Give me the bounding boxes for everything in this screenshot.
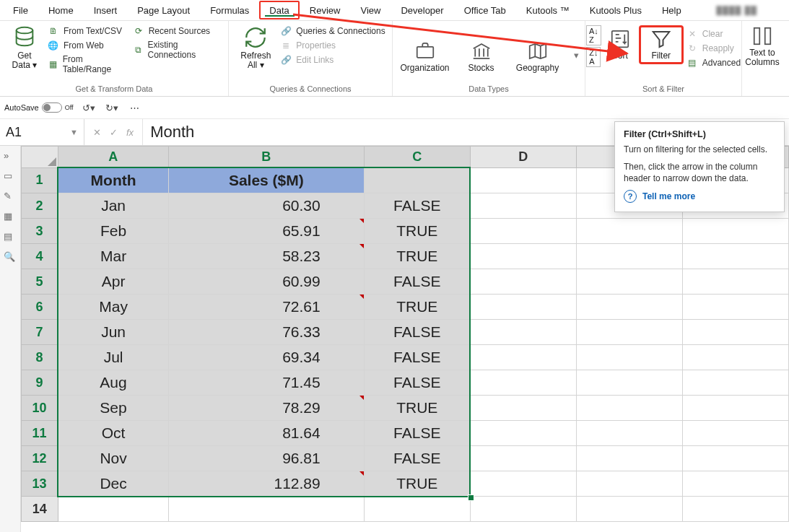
cell-C13[interactable]: TRUE: [364, 471, 470, 497]
cell-B2[interactable]: 60.30: [168, 193, 364, 219]
cell-A2[interactable]: Jan: [58, 193, 168, 219]
cell-F3[interactable]: [682, 219, 788, 244]
existing-connections[interactable]: ⧉Existing Connections: [133, 40, 222, 60]
cell-B1[interactable]: Sales ($M): [168, 167, 364, 193]
cell-D8[interactable]: [470, 345, 576, 370]
menu-view[interactable]: View: [350, 1, 391, 19]
cell-E7[interactable]: [576, 320, 682, 345]
cell-B13[interactable]: 112.89: [168, 471, 364, 497]
cell-D5[interactable]: [470, 269, 576, 295]
row-header-6[interactable]: 6: [22, 295, 58, 320]
redo-button[interactable]: ↻▾: [104, 100, 120, 115]
geography-type[interactable]: Geography: [512, 38, 564, 73]
stocks-type[interactable]: Stocks: [461, 38, 502, 73]
filter-button[interactable]: Filter: [639, 25, 684, 64]
col-header-D[interactable]: D: [470, 147, 576, 168]
row-header-9[interactable]: 9: [22, 370, 58, 396]
qat-customize[interactable]: ⋯: [127, 100, 143, 115]
cell-D12[interactable]: [470, 446, 576, 471]
sort-button[interactable]: Sort: [604, 25, 636, 61]
from-table-range[interactable]: ▦From Table/Range: [48, 54, 128, 74]
cell-C14[interactable]: [364, 497, 470, 522]
from-text-csv[interactable]: 🗎From Text/CSV: [48, 25, 128, 37]
cell-E13[interactable]: [576, 471, 682, 497]
cell-C7[interactable]: FALSE: [364, 320, 470, 345]
organization-type[interactable]: Organization: [399, 38, 451, 73]
cell-B5[interactable]: 60.99: [168, 269, 364, 295]
menu-insert[interactable]: Insert: [84, 1, 128, 19]
cell-D4[interactable]: [470, 244, 576, 269]
cell-A6[interactable]: May: [58, 295, 168, 320]
row-header-14[interactable]: 14: [22, 497, 58, 522]
cell-B11[interactable]: 81.64: [168, 421, 364, 446]
cell-F14[interactable]: [682, 497, 788, 522]
cell-D10[interactable]: [470, 396, 576, 421]
cell-A12[interactable]: Nov: [58, 446, 168, 471]
sort-az-icon[interactable]: A↓Z: [586, 25, 601, 45]
cell-A9[interactable]: Aug: [58, 370, 168, 396]
cell-B7[interactable]: 76.33: [168, 320, 364, 345]
cell-F11[interactable]: [682, 421, 788, 446]
cell-B4[interactable]: 58.23: [168, 244, 364, 269]
cell-A13[interactable]: Dec: [58, 471, 168, 497]
menu-data[interactable]: Data: [259, 1, 299, 19]
recent-sources[interactable]: ⟳Recent Sources: [133, 25, 222, 37]
col-header-C[interactable]: C: [364, 147, 470, 168]
cell-B14[interactable]: [168, 497, 364, 522]
data-types-more[interactable]: ▾: [574, 50, 579, 61]
cancel-icon[interactable]: ✕: [93, 127, 101, 138]
cell-A11[interactable]: Oct: [58, 421, 168, 446]
cell-C3[interactable]: TRUE: [364, 219, 470, 244]
row-header-3[interactable]: 3: [22, 219, 58, 244]
menu-review[interactable]: Review: [300, 1, 351, 19]
cell-C10[interactable]: TRUE: [364, 396, 470, 421]
cell-C2[interactable]: FALSE: [364, 193, 470, 219]
cell-D14[interactable]: [470, 497, 576, 522]
panel-icon-2[interactable]: ✎: [4, 191, 17, 204]
advanced-filter[interactable]: ▤Advanced: [686, 57, 741, 69]
panel-icon-4[interactable]: ▤: [4, 231, 17, 244]
cell-C1[interactable]: [364, 167, 470, 193]
cell-B3[interactable]: 65.91: [168, 219, 364, 244]
panel-icon-3[interactable]: ▦: [4, 211, 17, 224]
cell-D11[interactable]: [470, 421, 576, 446]
cell-B10[interactable]: 78.29: [168, 396, 364, 421]
cell-C8[interactable]: FALSE: [364, 345, 470, 370]
get-data-button[interactable]: Get Data ▾: [6, 22, 43, 70]
cell-F7[interactable]: [682, 320, 788, 345]
cell-E4[interactable]: [576, 244, 682, 269]
fx-icon[interactable]: fx: [126, 127, 134, 138]
cell-D13[interactable]: [470, 471, 576, 497]
col-header-A[interactable]: A: [58, 147, 168, 168]
menu-home[interactable]: Home: [38, 1, 84, 19]
row-header-12[interactable]: 12: [22, 446, 58, 471]
text-to-columns-button[interactable]: Text to Columns: [743, 22, 782, 67]
cell-A4[interactable]: Mar: [58, 244, 168, 269]
cell-F5[interactable]: [682, 269, 788, 295]
cell-F4[interactable]: [682, 244, 788, 269]
row-header-1[interactable]: 1: [22, 167, 58, 193]
row-header-8[interactable]: 8: [22, 345, 58, 370]
cell-D3[interactable]: [470, 219, 576, 244]
refresh-all-button[interactable]: Refresh All ▾: [235, 22, 276, 70]
cell-C9[interactable]: FALSE: [364, 370, 470, 396]
cell-A3[interactable]: Feb: [58, 219, 168, 244]
cell-E3[interactable]: [576, 219, 682, 244]
cell-F13[interactable]: [682, 471, 788, 497]
cell-E8[interactable]: [576, 345, 682, 370]
cell-F8[interactable]: [682, 345, 788, 370]
menu-kutools[interactable]: Kutools ™: [516, 1, 580, 19]
cell-E5[interactable]: [576, 269, 682, 295]
row-header-5[interactable]: 5: [22, 269, 58, 295]
expand-icon[interactable]: »: [4, 150, 17, 163]
cell-A1[interactable]: Month: [58, 167, 168, 193]
menu-office-tab[interactable]: Office Tab: [454, 1, 516, 19]
menu-page-layout[interactable]: Page Layout: [127, 1, 200, 19]
menu-developer[interactable]: Developer: [391, 1, 453, 19]
cell-F10[interactable]: [682, 396, 788, 421]
name-box[interactable]: A1▼: [0, 119, 84, 145]
menu-kutools-plus[interactable]: Kutools Plus: [580, 1, 652, 19]
cell-E11[interactable]: [576, 421, 682, 446]
cell-B12[interactable]: 96.81: [168, 446, 364, 471]
from-web[interactable]: 🌐From Web: [48, 40, 128, 51]
